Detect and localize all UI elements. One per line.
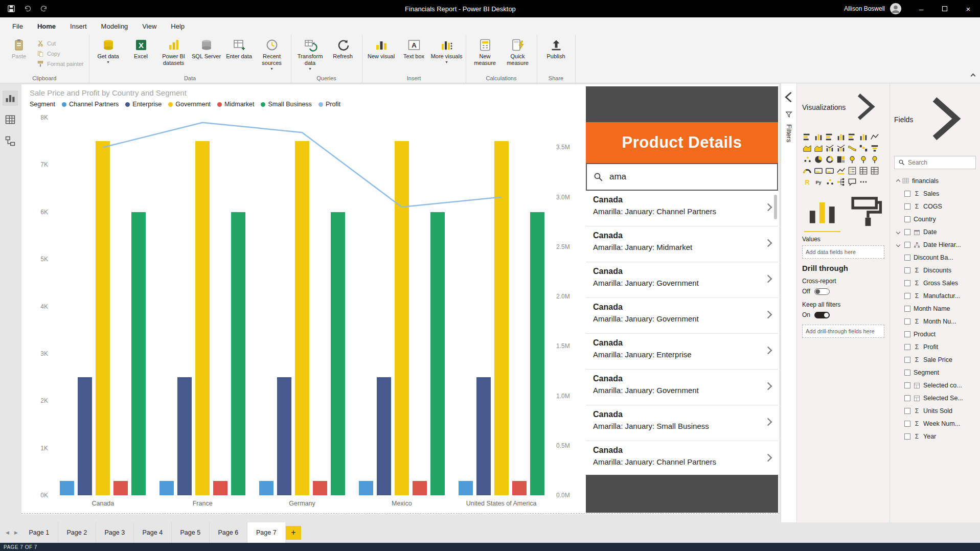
rail-item-report-view[interactable] bbox=[3, 90, 18, 106]
viz-icon-map[interactable] bbox=[847, 154, 857, 165]
menu-tab-view[interactable]: View bbox=[135, 17, 164, 35]
field-item-month-nu[interactable]: ΣMonth Nu... bbox=[894, 315, 976, 328]
viz-icon-table[interactable] bbox=[858, 166, 869, 176]
viz-icon-clustered-column-chart[interactable] bbox=[836, 132, 846, 142]
menu-tab-home[interactable]: Home bbox=[30, 17, 63, 35]
field-item-selected-se[interactable]: Selected Se... bbox=[894, 392, 976, 405]
field-item-discounts[interactable]: ΣDiscounts bbox=[894, 264, 976, 277]
bar-small-business-mexico[interactable] bbox=[430, 212, 445, 495]
field-checkbox[interactable] bbox=[904, 433, 910, 440]
enter-data-button[interactable]: Enter data bbox=[223, 36, 255, 60]
viz-icon-scatter-chart[interactable] bbox=[802, 154, 812, 165]
field-item-gross-sales[interactable]: ΣGross Sales bbox=[894, 277, 976, 290]
field-checkbox[interactable] bbox=[904, 344, 910, 350]
avatar[interactable] bbox=[890, 3, 901, 14]
product-search-input[interactable]: ama bbox=[609, 172, 626, 182]
copy-button[interactable]: Copy bbox=[37, 50, 84, 57]
rail-item-model-view[interactable] bbox=[3, 133, 18, 149]
field-item-week-num[interactable]: ΣWeek Num... bbox=[894, 418, 976, 430]
field-item-selected-co[interactable]: Selected co... bbox=[894, 379, 976, 392]
page-tab-page-5[interactable]: Page 5 bbox=[172, 522, 210, 543]
bar-enterprise-france[interactable] bbox=[177, 377, 192, 495]
product-list-item[interactable]: CanadaAmarilla: January: Channel Partner… bbox=[586, 441, 778, 475]
fields-search-box[interactable] bbox=[894, 156, 976, 169]
bar-enterprise-canada[interactable] bbox=[78, 377, 92, 495]
product-list-item[interactable]: CanadaAmarilla: January: Government bbox=[586, 370, 778, 405]
user-name[interactable]: Allison Boswell bbox=[844, 5, 885, 12]
product-list-scrollbar[interactable] bbox=[774, 195, 777, 219]
fields-table-financials[interactable]: financials bbox=[894, 174, 976, 188]
menu-tab-file[interactable]: File bbox=[5, 17, 30, 35]
viz-icon-clustered-bar-chart[interactable] bbox=[825, 132, 835, 142]
cut-button[interactable]: Cut bbox=[37, 40, 84, 47]
viz-icon-stacked-area-chart[interactable] bbox=[813, 143, 824, 153]
menu-tab-modeling[interactable]: Modeling bbox=[94, 17, 135, 35]
viz-icon-treemap[interactable] bbox=[836, 154, 846, 165]
field-checkbox[interactable] bbox=[904, 370, 910, 376]
product-list-item[interactable]: CanadaAmarilla: January: Channel Partner… bbox=[586, 191, 778, 226]
excel-button[interactable]: XExcel bbox=[125, 36, 157, 60]
paste-button[interactable]: Paste bbox=[3, 36, 35, 60]
page-tab-page-1[interactable]: Page 1 bbox=[20, 522, 58, 543]
viz-icon-more-visuals-options[interactable] bbox=[858, 177, 869, 187]
bar-government-canada[interactable] bbox=[96, 141, 110, 495]
new-page-button[interactable]: + bbox=[286, 526, 301, 540]
page-tab-page-6[interactable]: Page 6 bbox=[210, 522, 247, 543]
field-item-sales[interactable]: ΣSales bbox=[894, 188, 976, 200]
prev-page-icon[interactable]: ◀ bbox=[3, 530, 12, 535]
chart-visual[interactable]: Sale Price and Profit by Country and Seg… bbox=[24, 86, 584, 513]
new-measure-button[interactable]: New measure bbox=[469, 36, 501, 66]
get-data-button[interactable]: Get data▾ bbox=[93, 36, 124, 63]
undo-icon[interactable] bbox=[24, 5, 32, 13]
collapse-ribbon-icon[interactable] bbox=[971, 71, 975, 80]
product-list-item[interactable]: CanadaAmarilla: January: Government bbox=[586, 262, 778, 298]
field-item-manufactur[interactable]: ΣManufactur... bbox=[894, 290, 976, 303]
bar-small-business-united-states-of-america[interactable] bbox=[530, 212, 544, 495]
field-checkbox[interactable] bbox=[904, 421, 910, 427]
field-checkbox[interactable] bbox=[904, 216, 910, 222]
tab-format[interactable] bbox=[849, 192, 885, 233]
format-painter-button[interactable]: Format painter bbox=[37, 60, 84, 67]
viz-icon-100-stacked-bar-chart[interactable] bbox=[847, 132, 857, 142]
tab-fields[interactable] bbox=[804, 192, 840, 233]
drill-through-field-well[interactable]: Add drill-through fields here bbox=[802, 325, 884, 338]
viz-icon-line-and-stacked-column-chart[interactable] bbox=[825, 143, 835, 153]
bar-small-business-canada[interactable] bbox=[131, 212, 146, 495]
viz-icon-r-script-visual[interactable]: R bbox=[802, 177, 812, 187]
field-item-date-hierar[interactable]: Date Hierar... bbox=[894, 239, 976, 251]
viz-icon-stacked-bar-chart[interactable] bbox=[802, 132, 812, 142]
save-icon[interactable] bbox=[7, 5, 15, 13]
recent-sources-button[interactable]: Recent sources▾ bbox=[256, 36, 288, 70]
close-button[interactable]: × bbox=[956, 0, 980, 17]
quick-measure-button[interactable]: Quick measure bbox=[502, 36, 534, 66]
menu-tab-insert[interactable]: Insert bbox=[63, 17, 94, 35]
chevron-down-icon[interactable] bbox=[896, 229, 900, 234]
viz-icon-python-visual[interactable]: Py bbox=[813, 177, 824, 187]
keep-filters-toggle[interactable] bbox=[814, 312, 830, 318]
viz-icon-filled-map[interactable] bbox=[858, 154, 869, 165]
field-checkbox[interactable] bbox=[904, 293, 910, 299]
rail-item-data-view[interactable] bbox=[3, 112, 18, 127]
page-tab-page-2[interactable]: Page 2 bbox=[58, 522, 96, 543]
legend-item-profit[interactable]: Profit bbox=[318, 101, 340, 108]
collapse-table-icon[interactable] bbox=[896, 179, 900, 183]
field-checkbox[interactable] bbox=[904, 331, 910, 337]
field-item-month-name[interactable]: Month Name bbox=[894, 303, 976, 315]
product-list-item[interactable]: CanadaAmarilla: January: Small Business bbox=[586, 405, 778, 441]
viz-icon-area-chart[interactable] bbox=[802, 143, 812, 153]
more-visuals-button[interactable]: More visuals▾ bbox=[431, 36, 463, 63]
page-tab-page-3[interactable]: Page 3 bbox=[96, 522, 134, 543]
field-item-country[interactable]: Country bbox=[894, 213, 976, 226]
viz-icon-100-stacked-column-chart[interactable] bbox=[858, 132, 869, 142]
viz-icon-key-influencers[interactable] bbox=[825, 177, 835, 187]
bar-midmarket-canada[interactable] bbox=[113, 481, 128, 495]
field-checkbox[interactable] bbox=[904, 191, 910, 197]
field-checkbox[interactable] bbox=[904, 267, 910, 273]
viz-icon-gauge[interactable] bbox=[802, 166, 812, 176]
viz-icon-slicer[interactable] bbox=[847, 166, 857, 176]
field-item-product[interactable]: Product bbox=[894, 328, 976, 341]
report-page[interactable]: Sale Price and Profit by Country and Seg… bbox=[21, 84, 779, 514]
viz-icon-line-chart[interactable] bbox=[870, 132, 880, 142]
cross-report-toggle[interactable] bbox=[814, 288, 830, 295]
collapse-fields-icon[interactable] bbox=[913, 87, 976, 152]
